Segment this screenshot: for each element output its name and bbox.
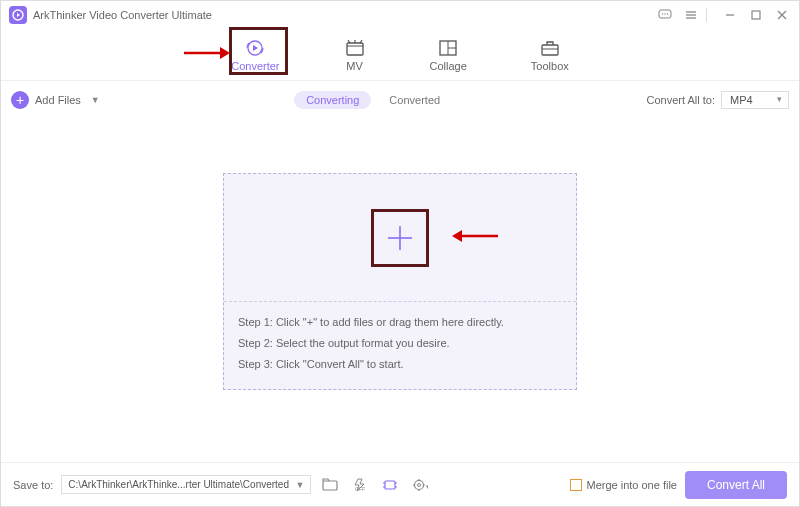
chevron-down-icon: ▼ [91, 95, 100, 105]
step-2: Step 2: Select the output format you des… [238, 333, 562, 354]
maximize-button[interactable] [747, 6, 765, 24]
separator [706, 8, 707, 22]
svg-marker-23 [220, 47, 230, 59]
toolbox-icon [539, 38, 561, 58]
content-area: + Add Files ▼ Converting Converted Conve… [1, 81, 799, 462]
status-tabs: Converting Converted [294, 91, 452, 109]
gpu-button[interactable] [379, 475, 401, 495]
add-files-button[interactable]: + Add Files ▼ [11, 91, 100, 109]
output-format-dropdown[interactable]: MP4 [721, 91, 789, 109]
convert-all-button[interactable]: Convert All [685, 471, 787, 499]
svg-rect-20 [542, 45, 558, 55]
app-window: ArkThinker Video Converter Ultimate Conv… [0, 0, 800, 507]
open-folder-button[interactable] [319, 475, 341, 495]
step-1: Step 1: Click "+" to add files or drag t… [238, 312, 562, 333]
svg-rect-31 [385, 481, 395, 489]
plus-icon [382, 220, 418, 256]
annotation-arrow-converter [182, 45, 230, 61]
tab-label: Toolbox [531, 60, 569, 72]
svg-point-3 [662, 13, 663, 14]
add-file-big-button[interactable] [371, 209, 429, 267]
chevron-down-icon: ▼ [295, 480, 304, 490]
convert-all-to-label: Convert All to: [647, 94, 715, 106]
svg-point-36 [415, 480, 424, 489]
svg-marker-14 [253, 45, 258, 51]
menu-icon[interactable] [682, 6, 700, 24]
plus-icon: + [11, 91, 29, 109]
merge-label: Merge into one file [586, 479, 677, 491]
titlebar: ArkThinker Video Converter Ultimate [1, 1, 799, 29]
save-path-dropdown[interactable]: C:\ArkThinker\ArkThinke...rter Ultimate\… [61, 475, 311, 494]
svg-rect-10 [752, 11, 760, 19]
tab-converting[interactable]: Converting [294, 91, 371, 109]
svg-marker-1 [17, 13, 20, 17]
svg-text:▾: ▾ [426, 483, 428, 490]
convert-all-to: Convert All to: MP4 [647, 91, 789, 109]
checkbox-icon [570, 479, 582, 491]
tab-converted[interactable]: Converted [377, 91, 452, 109]
app-title: ArkThinker Video Converter Ultimate [33, 9, 648, 21]
annotation-arrow-plus [452, 228, 500, 244]
drop-zone[interactable]: Step 1: Click "+" to add files or drag t… [223, 173, 577, 390]
svg-rect-28 [323, 481, 337, 490]
mv-icon [344, 38, 366, 58]
svg-text:OFF: OFF [355, 486, 365, 492]
converter-icon [244, 38, 266, 58]
settings-button[interactable]: ▾ [409, 475, 431, 495]
svg-point-4 [664, 13, 665, 14]
main-tabs: Converter MV Collage Toolbox [1, 29, 799, 81]
feedback-icon[interactable] [656, 6, 674, 24]
app-logo-icon [9, 6, 27, 24]
svg-marker-27 [452, 230, 462, 242]
drop-zone-top [224, 174, 576, 302]
add-files-label: Add Files [35, 94, 81, 106]
tab-label: MV [346, 60, 363, 72]
hardware-accel-button[interactable]: OFF [349, 475, 371, 495]
minimize-button[interactable] [721, 6, 739, 24]
tab-label: Collage [430, 60, 467, 72]
sub-toolbar: + Add Files ▼ Converting Converted Conve… [11, 87, 789, 113]
svg-point-5 [667, 13, 668, 14]
svg-point-37 [418, 483, 421, 486]
tab-collage[interactable]: Collage [422, 34, 475, 76]
step-3: Step 3: Click "Convert All" to start. [238, 354, 562, 375]
save-to-label: Save to: [13, 479, 53, 491]
main-area: Step 1: Click "+" to add files or drag t… [11, 113, 789, 462]
svg-rect-15 [347, 43, 363, 55]
tab-converter[interactable]: Converter [223, 34, 287, 76]
collage-icon [437, 38, 459, 58]
save-path-value: C:\ArkThinker\ArkThinke...rter Ultimate\… [68, 479, 289, 490]
close-button[interactable] [773, 6, 791, 24]
tab-toolbox[interactable]: Toolbox [523, 34, 577, 76]
tab-mv[interactable]: MV [336, 34, 374, 76]
merge-checkbox[interactable]: Merge into one file [570, 479, 677, 491]
tab-label: Converter [231, 60, 279, 72]
instructions: Step 1: Click "+" to add files or drag t… [224, 302, 576, 389]
footer: Save to: C:\ArkThinker\ArkThinke...rter … [1, 462, 799, 506]
